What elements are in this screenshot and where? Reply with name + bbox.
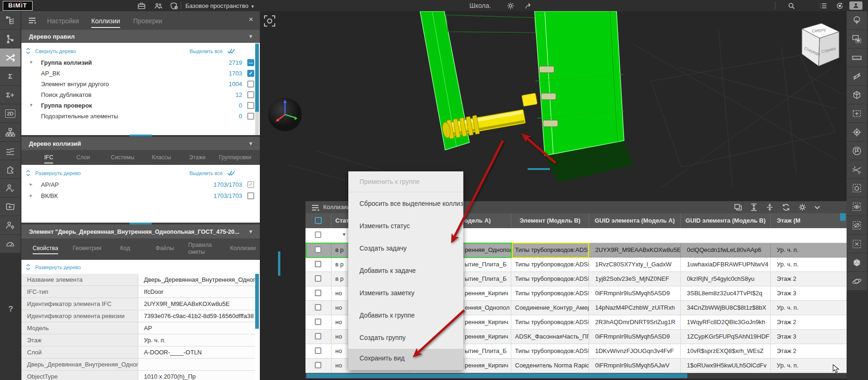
collision-tree-header[interactable]: Дерево коллизий ▼ — [21, 137, 260, 150]
checkbox[interactable] — [315, 261, 321, 267]
status-filter-dropdown[interactable]: ▼ — [342, 232, 346, 237]
chevron-collapsed-icon[interactable]: ▸ — [30, 192, 33, 198]
section-box-icon[interactable] — [847, 104, 867, 122]
select-all-link[interactable]: Выделить всё — [190, 169, 236, 177]
checkbox[interactable] — [315, 304, 321, 311]
bimit-logo[interactable]: BiMiT — [3, 1, 33, 11]
team-icon[interactable] — [154, 2, 163, 10]
checkbox[interactable] — [315, 347, 321, 354]
user-account-button[interactable] — [849, 1, 862, 10]
settings-gear-icon[interactable] — [507, 2, 515, 10]
tab-collisions[interactable]: Коллизии — [230, 245, 256, 251]
export-folder-icon[interactable] — [0, 197, 20, 216]
focus-mode-icon[interactable] — [264, 15, 276, 27]
chevron-expanded-icon[interactable]: ▾ — [30, 59, 33, 65]
tab-code[interactable]: Код — [120, 245, 130, 251]
view-cube[interactable]: Сверху Спереди Справа — [802, 23, 839, 66]
tree-row-collision-group[interactable]: ▾ Группа коллизий 2719 — [21, 58, 260, 68]
isolate-selection-icon[interactable] — [847, 179, 867, 197]
user-check-icon[interactable] — [0, 179, 20, 197]
menu-item-change-status[interactable]: Изменить статус — [348, 215, 463, 237]
expand-tree-link[interactable]: Развернуть дерево — [26, 263, 81, 271]
col-guid-a[interactable]: GUID элемента (Модель A) — [589, 213, 681, 228]
col-guid-b[interactable]: GUID элемента (Модель B) — [681, 213, 771, 228]
collapse-tree-link[interactable]: Свернуть дерево — [26, 47, 76, 55]
tree-row-ar-vk[interactable]: АР_ВК 1703 — [21, 68, 260, 79]
panel-scrollbar[interactable] — [278, 251, 280, 276]
shield-icon[interactable] — [170, 2, 179, 10]
hscrollbar-thumb[interactable] — [306, 373, 687, 378]
measure-icon[interactable] — [847, 48, 867, 67]
refresh-icon[interactable] — [782, 203, 790, 211]
model-tree-icon[interactable] — [0, 11, 20, 29]
structure-icon[interactable] — [0, 123, 20, 141]
property-row[interactable]: IFC-типIfcDoor — [21, 286, 260, 298]
plugin-icon[interactable] — [0, 160, 20, 178]
tab-classes[interactable]: Классы — [152, 154, 171, 161]
workspace-selector[interactable]: Базовое пространство — [185, 2, 249, 9]
scrollbar-thumb[interactable] — [255, 44, 259, 112]
dashboard-icon[interactable] — [0, 235, 20, 253]
section-cube-icon[interactable] — [847, 86, 867, 104]
copy-icon[interactable] — [734, 204, 742, 211]
orbit-icon[interactable] — [847, 272, 867, 290]
tree-row-vk-vk[interactable]: ▸ ВК/ВК 1703/1703 — [21, 191, 260, 202]
menu-item-apply-to-group[interactable]: Применить к группе — [348, 171, 463, 192]
tree-row-check-group[interactable]: ▾ Группа проверок 0 — [21, 101, 260, 111]
tab-checks[interactable]: Проверки — [133, 17, 162, 25]
select-all-link[interactable]: Выделить всё — [190, 47, 236, 55]
environment-tree-icon[interactable] — [847, 11, 867, 29]
checkbox[interactable] — [315, 319, 321, 325]
axis-gizmo[interactable] — [268, 98, 302, 131]
list-icon[interactable] — [819, 2, 828, 10]
checkbox[interactable] — [247, 102, 254, 109]
tree-row-suspicious[interactable]: Подозрительные элементы 0 — [21, 111, 260, 122]
tab-properties[interactable]: Свойства — [33, 245, 58, 254]
property-row[interactable]: ObjectType1010 x 2070(h)_Пр — [21, 371, 260, 380]
element-header[interactable]: Элемент "Дверь_Деревянная_Внутренняя_Одн… — [21, 224, 260, 238]
tab-geometry[interactable]: Геометрия — [73, 245, 101, 251]
compare-axes-icon[interactable] — [847, 160, 867, 178]
property-row[interactable]: Идентификатор элемента ревизии7393e076-c… — [21, 310, 260, 322]
hide-selection-icon[interactable] — [847, 216, 867, 234]
tab-floors[interactable]: Этажи — [189, 154, 205, 161]
menu-item-save-view[interactable]: Сохранить вид — [348, 349, 463, 370]
clear-selection-icon[interactable] — [847, 235, 867, 253]
briefcase-icon[interactable] — [137, 2, 146, 10]
share-icon[interactable] — [524, 2, 533, 10]
menu-item-edit-note[interactable]: Изменить заметку — [348, 282, 463, 304]
tab-layers[interactable]: Слои — [76, 154, 90, 161]
chevron-collapsed-icon[interactable]: ▸ — [30, 181, 33, 187]
checkbox[interactable] — [315, 275, 321, 282]
section-plane-icon[interactable] — [847, 67, 867, 85]
viewport-resize-handle[interactable] — [528, 168, 550, 170]
section-resize-handle[interactable] — [129, 135, 152, 136]
help-button[interactable]: ? — [0, 305, 21, 319]
tree-row-ar-ar[interactable]: ▸ АР/АР 1703/1703 — [21, 180, 260, 190]
show-selection-icon[interactable] — [847, 197, 867, 216]
checkbox[interactable] — [247, 91, 254, 98]
flag-icon[interactable] — [847, 142, 867, 160]
tab-settings[interactable]: Настройки — [47, 17, 79, 25]
property-row[interactable]: Идентификатор элемента IFC2UYX9R_M9EAABx… — [21, 298, 260, 310]
tab-files[interactable]: Файлы — [156, 245, 174, 251]
checkbox[interactable] — [315, 231, 321, 238]
scrollbar-thumb[interactable] — [255, 274, 259, 329]
table-menu-icon[interactable] — [311, 204, 320, 211]
menu-item-add-to-task[interactable]: Добавить к задаче — [348, 259, 463, 282]
expand-tree-link[interactable]: Развернуть дерево — [26, 169, 81, 177]
col-floor[interactable]: Этаж (М — [771, 213, 847, 228]
menu-item-add-to-group[interactable]: Добавить к группе — [348, 304, 463, 326]
selection-sets-icon[interactable] — [847, 30, 867, 48]
tree-row-duplicates[interactable]: Поиск дубликатов 12 — [21, 90, 260, 101]
search-icon[interactable] — [787, 2, 796, 10]
2d-view-icon[interactable]: 2D — [0, 104, 20, 122]
checkbox[interactable] — [247, 81, 254, 88]
table-scrollbar-thumb[interactable] — [840, 213, 846, 221]
tree-row-element-inside[interactable]: Элемент внтури другого 1004 — [21, 79, 260, 90]
collisions-icon[interactable] — [0, 48, 20, 67]
checkbox[interactable] — [247, 70, 254, 77]
relations-icon[interactable] — [0, 30, 20, 48]
checkbox[interactable] — [315, 362, 321, 368]
checkbox[interactable] — [315, 290, 321, 296]
